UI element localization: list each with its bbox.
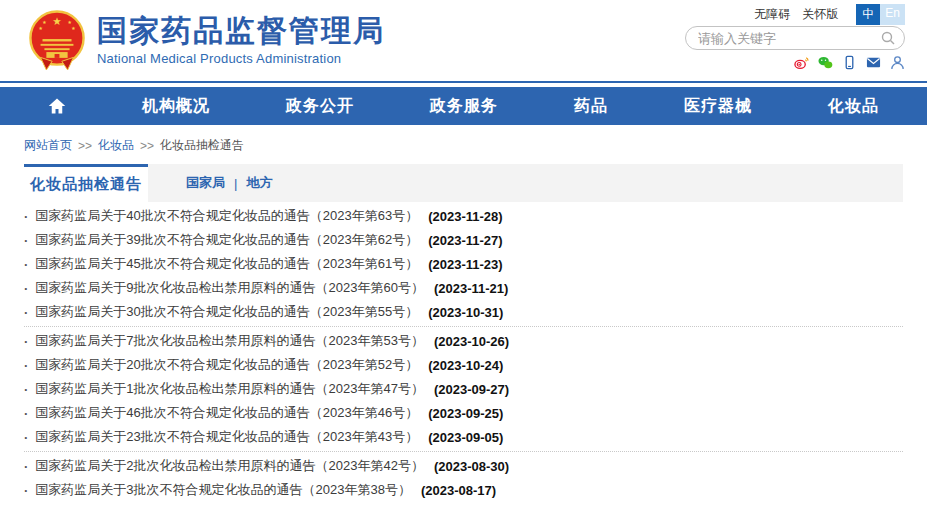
notice-date: (2023-10-24) <box>428 358 503 373</box>
search-box <box>685 26 905 50</box>
wechat-icon[interactable] <box>818 55 833 70</box>
tab-scope-switch: 国家局 | 地方 <box>186 164 272 202</box>
weibo-icon[interactable] <box>794 55 809 70</box>
tab-cosmetics-inspection-notices[interactable]: 化妆品抽检通告 <box>24 164 148 202</box>
list-item[interactable]: 国家药监局关于7批次化妆品检出禁用原料的通告（2023年第53号） (2023-… <box>24 329 903 353</box>
list-item[interactable]: 国家药监局关于30批次不符合规定化妆品的通告（2023年第55号） (2023-… <box>24 300 903 324</box>
notice-link[interactable]: 国家药监局关于39批次不符合规定化妆品的通告（2023年第62号） <box>35 231 418 249</box>
svg-text:★: ★ <box>38 26 43 31</box>
list-item[interactable]: 国家药监局关于20批次不符合规定化妆品的通告（2023年第52号） (2023-… <box>24 353 903 377</box>
notice-group: 国家药监局关于40批次不符合规定化妆品的通告（2023年第63号） (2023-… <box>24 202 903 326</box>
user-icon[interactable] <box>890 55 905 70</box>
site-title-block: 国家药品监督管理局 National Medical Products Admi… <box>97 14 385 66</box>
list-item[interactable]: 国家药监局关于1批次化妆品检出禁用原料的通告（2023年第47号） (2023-… <box>24 377 903 401</box>
nav-item-medical-devices[interactable]: 医疗器械 <box>684 96 752 117</box>
notice-link[interactable]: 国家药监局关于2批次化妆品检出禁用原料的通告（2023年第42号） <box>35 457 424 475</box>
svg-text:★: ★ <box>52 16 62 28</box>
notice-group: 国家药监局关于7批次化妆品检出禁用原料的通告（2023年第53号） (2023-… <box>24 326 903 451</box>
breadcrumb-home-link[interactable]: 网站首页 <box>24 137 72 154</box>
lang-en-button[interactable]: En <box>880 4 905 25</box>
notice-date: (2023-09-25) <box>428 406 503 421</box>
language-toggle: 中 En <box>856 4 905 25</box>
email-icon[interactable] <box>866 55 881 70</box>
notice-link[interactable]: 国家药监局关于23批次不符合规定化妆品的通告（2023年第43号） <box>35 428 418 446</box>
notice-link[interactable]: 国家药监局关于30批次不符合规定化妆品的通告（2023年第55号） <box>35 303 418 321</box>
breadcrumb: 网站首页 >> 化妆品 >> 化妆品抽检通告 <box>24 137 903 154</box>
search-input[interactable] <box>698 31 880 46</box>
care-mode-link[interactable]: 关怀版 <box>802 6 838 23</box>
scope-national-link[interactable]: 国家局 <box>186 174 225 192</box>
home-icon <box>48 97 66 115</box>
search-icon[interactable] <box>880 30 896 46</box>
svg-text:★: ★ <box>67 20 72 25</box>
nav-item-cosmetics[interactable]: 化妆品 <box>828 96 879 117</box>
breadcrumb-separator: >> <box>140 139 154 153</box>
site-subtitle: National Medical Products Administration <box>97 51 385 66</box>
list-item[interactable]: 国家药监局关于23批次不符合规定化妆品的通告（2023年第43号） (2023-… <box>24 425 903 449</box>
national-emblem-logo: ★ ★ ★ ★ ★ <box>28 8 86 72</box>
site-title: 国家药品监督管理局 <box>97 14 385 48</box>
list-item[interactable]: 国家药监局关于3批次不符合规定化妆品的通告（2023年第38号） (2023-0… <box>24 478 903 502</box>
site-header: ★ ★ ★ ★ ★ 国家药品监督管理局 National Medical Pro… <box>0 0 927 81</box>
notice-date: (2023-08-17) <box>421 483 496 498</box>
svg-text:★: ★ <box>71 26 76 31</box>
breadcrumb-separator: >> <box>78 139 92 153</box>
list-item[interactable]: 国家药监局关于46批次不符合规定化妆品的通告（2023年第46号） (2023-… <box>24 401 903 425</box>
notice-date: (2023-09-27) <box>434 382 509 397</box>
notice-link[interactable]: 国家药监局关于3批次不符合规定化妆品的通告（2023年第38号） <box>35 481 411 499</box>
accessibility-link[interactable]: 无障碍 <box>754 6 790 23</box>
breadcrumb-current: 化妆品抽检通告 <box>160 137 244 154</box>
tab-bar: 化妆品抽检通告 国家局 | 地方 <box>24 164 903 202</box>
notice-link[interactable]: 国家药监局关于46批次不符合规定化妆品的通告（2023年第46号） <box>35 404 418 422</box>
main-content: 网站首页 >> 化妆品 >> 化妆品抽检通告 化妆品抽检通告 国家局 | 地方 … <box>24 137 903 504</box>
notice-link[interactable]: 国家药监局关于9批次化妆品检出禁用原料的通告（2023年第60号） <box>35 279 424 297</box>
nav-home-button[interactable] <box>48 97 66 115</box>
notice-date: (2023-11-27) <box>428 233 502 248</box>
nav-item-gov-disclosure[interactable]: 政务公开 <box>286 96 354 117</box>
notice-date: (2023-08-30) <box>434 459 509 474</box>
notice-link[interactable]: 国家药监局关于20批次不符合规定化妆品的通告（2023年第52号） <box>35 356 418 374</box>
notice-link[interactable]: 国家药监局关于45批次不符合规定化妆品的通告（2023年第61号） <box>35 255 418 273</box>
list-item[interactable]: 国家药监局关于2批次化妆品检出禁用原料的通告（2023年第42号） (2023-… <box>24 454 903 478</box>
notice-date: (2023-10-26) <box>434 334 509 349</box>
list-item[interactable]: 国家药监局关于40批次不符合规定化妆品的通告（2023年第63号） (2023-… <box>24 204 903 228</box>
scope-local-link[interactable]: 地方 <box>246 174 272 192</box>
svg-text:★: ★ <box>42 20 47 25</box>
breadcrumb-section-link[interactable]: 化妆品 <box>98 137 134 154</box>
utility-bar: 无障碍 关怀版 中 En <box>754 4 905 25</box>
notice-group: 国家药监局关于2批次化妆品检出禁用原料的通告（2023年第42号） (2023-… <box>24 451 903 504</box>
notice-date: (2023-09-05) <box>428 430 503 445</box>
main-nav: 机构概况 政务公开 政务服务 药品 医疗器械 化妆品 <box>0 87 927 125</box>
social-icons <box>794 55 905 70</box>
nav-item-org[interactable]: 机构概况 <box>142 96 210 117</box>
notice-date: (2023-11-21) <box>434 281 508 296</box>
notice-link[interactable]: 国家药监局关于1批次化妆品检出禁用原料的通告（2023年第47号） <box>35 380 424 398</box>
scope-separator: | <box>234 176 237 191</box>
nav-item-drugs[interactable]: 药品 <box>574 96 608 117</box>
mobile-icon[interactable] <box>842 55 857 70</box>
notice-date: (2023-10-31) <box>428 305 503 320</box>
list-item[interactable]: 国家药监局关于9批次化妆品检出禁用原料的通告（2023年第60号） (2023-… <box>24 276 903 300</box>
list-item[interactable]: 国家药监局关于39批次不符合规定化妆品的通告（2023年第62号） (2023-… <box>24 228 903 252</box>
lang-zh-button[interactable]: 中 <box>856 4 880 25</box>
notice-date: (2023-11-23) <box>428 257 502 272</box>
list-item[interactable]: 国家药监局关于45批次不符合规定化妆品的通告（2023年第61号） (2023-… <box>24 252 903 276</box>
notice-link[interactable]: 国家药监局关于7批次化妆品检出禁用原料的通告（2023年第53号） <box>35 332 424 350</box>
notice-list: 国家药监局关于40批次不符合规定化妆品的通告（2023年第63号） (2023-… <box>24 202 903 504</box>
notice-link[interactable]: 国家药监局关于40批次不符合规定化妆品的通告（2023年第63号） <box>35 207 418 225</box>
notice-date: (2023-11-28) <box>428 209 502 224</box>
nav-item-gov-services[interactable]: 政务服务 <box>430 96 498 117</box>
